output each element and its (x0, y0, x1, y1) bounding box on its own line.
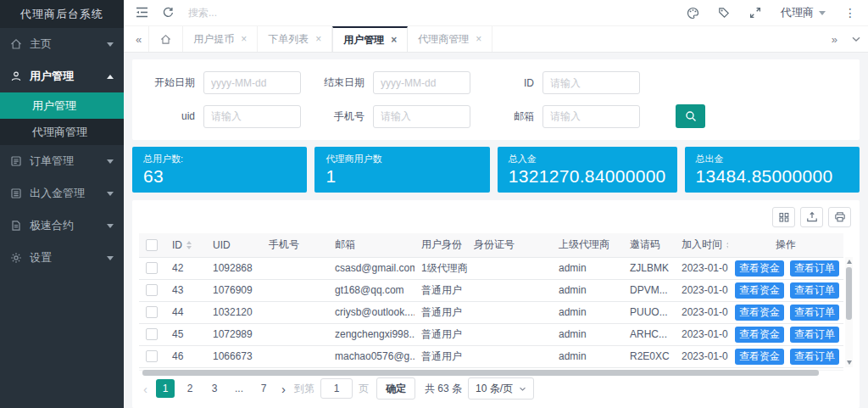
row-checkbox[interactable] (146, 284, 158, 296)
close-icon[interactable]: × (315, 33, 321, 45)
cell-uid: 1072989 (206, 323, 262, 345)
filter-phone: 手机号 (317, 105, 479, 128)
filter-end-date: 结束日期 (317, 71, 479, 94)
col-join-time[interactable]: 加入时间 (675, 233, 728, 257)
chevron-down-icon (819, 11, 826, 15)
prev-page-icon[interactable]: ‹ (141, 382, 150, 396)
view-orders-button[interactable]: 查看订单 (790, 260, 839, 277)
view-orders-button[interactable]: 查看订单 (790, 327, 839, 343)
sidebar-item-user-management[interactable]: 用户管理 (0, 60, 124, 92)
scroll-down-icon[interactable] (847, 360, 852, 365)
view-funds-button[interactable]: 查看资金 (735, 349, 784, 365)
view-funds-button[interactable]: 查看资金 (735, 327, 784, 343)
row-checkbox[interactable] (146, 350, 158, 362)
cell-invite-code: PUUO... (623, 301, 675, 323)
chevron-down-icon (107, 224, 114, 228)
page-number-3[interactable]: 3 (205, 379, 224, 398)
stat-value: 63 (143, 166, 296, 187)
goto-page-input[interactable] (320, 378, 353, 399)
search-input[interactable] (188, 7, 332, 19)
more-options-icon[interactable]: ⋮ (844, 6, 856, 20)
sidebar-item-fast-contract[interactable]: 极速合约 (0, 210, 124, 242)
sidebar-item-home[interactable]: 主页 (0, 28, 124, 60)
uid-input[interactable] (203, 105, 301, 128)
scroll-up-icon[interactable] (847, 260, 852, 264)
fullscreen-icon[interactable] (749, 7, 762, 20)
table-row: 44 1032120 criysb@outlook.... 普通用户 admin… (139, 301, 843, 323)
table-row: 42 1092868 csasd@gmail.com 1级代理商 admin Z… (139, 257, 843, 279)
vertical-scrollbar[interactable] (845, 257, 853, 367)
theme-palette-icon[interactable] (687, 7, 699, 20)
row-checkbox[interactable] (146, 262, 158, 274)
cell-parent-agent: admin (552, 279, 623, 301)
sidebar-item-settings[interactable]: 设置 (0, 242, 124, 274)
id-input[interactable] (542, 71, 640, 94)
collapse-sidebar-icon[interactable] (136, 7, 148, 20)
page-size-select[interactable]: 10 条/页 (468, 377, 534, 400)
horizontal-scrollbar[interactable] (139, 370, 843, 372)
cell-invite-code: ZJLBMK (623, 257, 675, 279)
cell-id: 44 (165, 301, 206, 323)
sidebar-item-funds-management[interactable]: 出入金管理 (0, 177, 124, 210)
tabs-scroll-right-icon[interactable]: » (825, 26, 844, 52)
page-number-2[interactable]: 2 (181, 379, 199, 398)
cell-phone (262, 257, 328, 279)
tabs-scroll-left-icon[interactable]: « (129, 26, 148, 52)
next-page-icon[interactable]: › (279, 382, 288, 396)
view-orders-button[interactable]: 查看订单 (790, 349, 839, 365)
sort-icon[interactable] (186, 241, 192, 249)
page-number-1[interactable]: 1 (156, 379, 175, 398)
vertical-scrollbar-thumb[interactable] (846, 267, 852, 320)
page-number-7[interactable]: 7 (254, 379, 273, 398)
row-checkbox[interactable] (146, 328, 158, 340)
close-icon[interactable]: × (241, 33, 247, 45)
tabs-menu-icon[interactable] (844, 26, 868, 52)
email-input[interactable] (542, 105, 640, 128)
search-button[interactable] (676, 104, 705, 128)
sidebar-subitem-user-management[interactable]: 用户管理 (0, 92, 124, 119)
tab-order-list[interactable]: 下单列表 × (258, 26, 332, 52)
view-funds-button[interactable]: 查看资金 (735, 282, 784, 299)
sidebar-item-label: 用户管理 (30, 69, 99, 84)
tab-home[interactable] (148, 26, 183, 52)
user-menu[interactable]: 代理商 (781, 5, 826, 20)
refresh-icon[interactable] (162, 7, 175, 20)
cell-email: csasd@gmail.com (328, 257, 415, 279)
end-date-input[interactable] (373, 71, 470, 94)
tabbar: « 用户提币 × 下单列表 × 用户管理 × 代理商管理 × » (124, 26, 868, 53)
tab-user-management[interactable]: 用户管理 × (332, 26, 408, 52)
home-icon (160, 34, 171, 45)
view-funds-button[interactable]: 查看资金 (735, 305, 784, 321)
sidebar-subitem-agent-management[interactable]: 代理商管理 (0, 119, 124, 145)
search-icon (685, 110, 697, 122)
cell-email: zengchengxi998... (328, 323, 415, 345)
view-orders-button[interactable]: 查看订单 (790, 305, 839, 321)
tab-user-withdraw[interactable]: 用户提币 × (183, 26, 258, 52)
sort-icon[interactable] (726, 241, 728, 249)
tag-icon[interactable] (718, 7, 731, 20)
export-button[interactable] (800, 207, 823, 227)
close-icon[interactable]: × (476, 33, 481, 45)
sidebar-item-order-management[interactable]: 订单管理 (0, 145, 124, 177)
phone-input[interactable] (373, 105, 470, 128)
select-all-checkbox[interactable] (146, 239, 158, 251)
cell-id-card (467, 301, 552, 323)
view-orders-button[interactable]: 查看订单 (790, 282, 839, 299)
col-id[interactable]: ID (165, 233, 206, 257)
chevron-down-icon (107, 256, 114, 260)
close-icon[interactable]: × (391, 34, 397, 46)
confirm-button[interactable]: 确定 (376, 377, 415, 400)
cell-identity: 普通用户 (415, 279, 467, 301)
cell-phone (262, 301, 328, 323)
start-date-input[interactable] (203, 71, 301, 94)
stat-value: 1321270.84000000 (509, 166, 666, 187)
tab-agent-management[interactable]: 代理商管理 × (408, 26, 492, 52)
horizontal-scrollbar-thumb[interactable] (142, 370, 819, 376)
col-identity: 用户身份 (415, 233, 467, 257)
sidebar-submenu: 用户管理 代理商管理 (0, 92, 124, 145)
cell-identity: 普通用户 (415, 345, 467, 367)
row-checkbox[interactable] (146, 306, 158, 318)
view-funds-button[interactable]: 查看资金 (735, 260, 784, 277)
column-settings-button[interactable] (772, 207, 795, 227)
print-button[interactable] (828, 207, 851, 227)
